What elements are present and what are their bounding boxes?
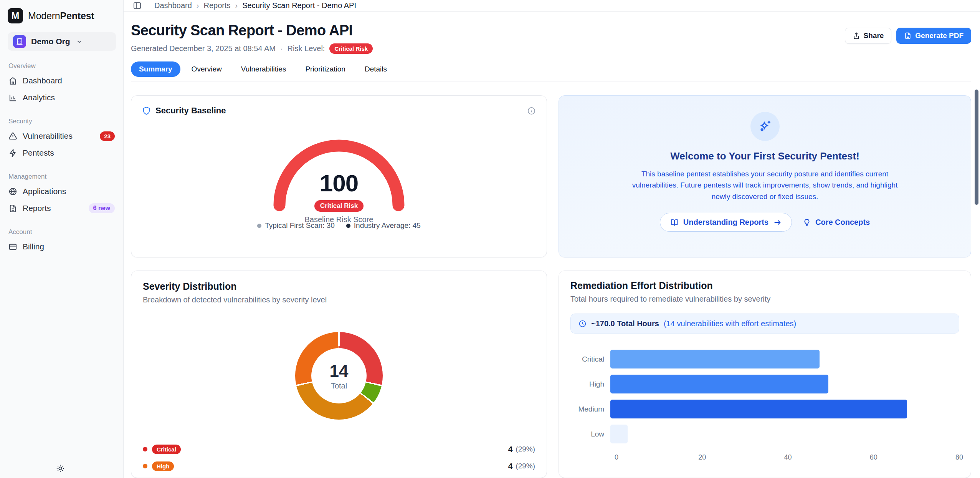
severity-badge: High (152, 461, 174, 471)
severity-percent: (29%) (516, 462, 535, 470)
total-vulnerabilities-value: 14 (330, 362, 349, 381)
legend-dot (143, 464, 147, 468)
bar-medium (610, 400, 907, 418)
generate-pdf-button[interactable]: Generate PDF (896, 28, 971, 44)
reports-new-badge: 6 new (89, 203, 115, 213)
bar-critical (610, 350, 820, 368)
clock-icon (578, 320, 587, 328)
welcome-card: Welcome to Your First Security Pentest! … (559, 95, 971, 257)
tab-prioritization[interactable]: Prioritization (297, 61, 354, 77)
card-subtitle: Breakdown of detected vulnerabilities by… (143, 295, 535, 304)
legend-dot (257, 224, 261, 228)
sidebar-item-reports[interactable]: Reports 6 new (8, 200, 116, 217)
breadcrumb-current: Security Scan Report - Demo API (242, 1, 356, 10)
tab-details[interactable]: Details (357, 61, 395, 77)
nav-section-management: Management (8, 173, 115, 181)
core-concepts-link[interactable]: Core Concepts (803, 218, 870, 227)
sidebar-item-billing[interactable]: Billing (8, 238, 116, 255)
header-actions: Share Generate PDF (845, 28, 971, 44)
breadcrumb-dashboard[interactable]: Dashboard (154, 1, 192, 10)
bar-row-high: High (570, 375, 959, 393)
bar-high (610, 375, 828, 393)
sidebar-item-dashboard[interactable]: Dashboard (8, 72, 116, 89)
severity-row-critical: Critical 4 (29%) (143, 442, 535, 456)
welcome-title: Welcome to Your First Security Pentest! (670, 150, 859, 162)
app-logo: M ModernPentest (8, 8, 116, 24)
share-button[interactable]: Share (845, 28, 892, 44)
sidebar-item-label: Applications (23, 187, 66, 196)
theme-toggle-sun-icon[interactable] (56, 464, 64, 473)
sidebar-item-applications[interactable]: Applications (8, 183, 116, 200)
severity-legend: Critical 4 (29%) High 4 (29%) (143, 442, 535, 473)
globe-icon (8, 187, 17, 196)
logo-mark: M (8, 8, 23, 23)
info-icon[interactable] (527, 106, 536, 115)
sidebar-toggle-icon[interactable] (133, 1, 142, 10)
card-title: Security Baseline (155, 106, 226, 116)
sidebar-item-label: Reports (23, 204, 51, 213)
generated-timestamp: Generated December 3, 2025 at 08:54 AM (131, 44, 276, 53)
nav-section-overview: Overview (8, 62, 115, 70)
sidebar-item-label: Vulnerabilities (23, 131, 73, 141)
sidebar-item-pentests[interactable]: Pentests (8, 144, 116, 161)
total-hours-banner: ~170.0 Total Hours (14 vulnerabilities w… (570, 314, 959, 334)
remediation-effort-card: Remediation Effort Distribution Total ho… (559, 271, 971, 478)
chevron-right-icon: › (197, 1, 199, 10)
card-title: Severity Distribution (143, 281, 535, 292)
alert-triangle-icon (8, 132, 17, 141)
welcome-actions: Understanding Reports Core Concepts (660, 213, 870, 232)
page-header: Security Scan Report - Demo API Generate… (131, 12, 971, 54)
severity-percent: (29%) (516, 445, 535, 453)
baseline-score-caption: Baseline Risk Score (305, 215, 373, 224)
app-screen: M ModernPentest Demo Org Overview Dashbo… (0, 0, 980, 478)
sidebar-item-vulnerabilities[interactable]: Vulnerabilities 23 (8, 128, 116, 144)
page-title: Security Scan Report - Demo API (131, 22, 373, 39)
understanding-reports-button[interactable]: Understanding Reports (660, 213, 792, 232)
file-text-icon (904, 32, 912, 40)
topbar-divider (148, 1, 148, 11)
tab-overview[interactable]: Overview (183, 61, 230, 77)
topbar: Dashboard › Reports › Security Scan Repo… (124, 0, 980, 12)
severity-donut-chart: 14 Total (295, 332, 383, 420)
bar-low (610, 425, 628, 443)
file-text-icon (8, 204, 17, 213)
book-open-icon (670, 218, 679, 227)
severity-badge: Critical (152, 445, 181, 454)
page-content: Security Scan Report - Demo API Generate… (124, 12, 980, 478)
report-meta: Generated December 3, 2025 at 08:54 AM ·… (131, 43, 373, 54)
org-avatar-icon (13, 35, 26, 48)
severity-row-high: High 4 (29%) (143, 459, 535, 473)
chevron-right-icon: › (235, 1, 238, 10)
sidebar-item-label: Billing (23, 242, 44, 251)
meta-separator-dot: · (280, 44, 283, 53)
lightbulb-icon (803, 218, 811, 227)
shield-icon (142, 106, 151, 115)
nav-section-security: Security (8, 118, 115, 125)
sidebar-item-label: Dashboard (23, 76, 62, 85)
welcome-body: This baseline pentest establishes your s… (625, 168, 905, 202)
vulnerabilities-count-badge: 23 (100, 131, 115, 141)
report-tabs: Summary Overview Vulnerabilities Priorit… (131, 61, 971, 81)
severity-distribution-card: Severity Distribution Breakdown of detec… (131, 271, 547, 478)
tab-summary[interactable]: Summary (131, 61, 180, 77)
risk-level-badge: Critical Risk (329, 43, 373, 54)
effort-bar-chart: Critical High Medium Low (570, 350, 959, 463)
chart-column-icon (8, 93, 17, 102)
org-switcher[interactable]: Demo Org (8, 32, 116, 51)
bar-row-low: Low (570, 425, 959, 443)
legend-dot (143, 447, 147, 451)
sidebar-item-analytics[interactable]: Analytics (8, 89, 116, 106)
logo-text: ModernPentest (28, 10, 94, 22)
x-axis-ticks: 0 20 40 60 80 (616, 453, 959, 463)
tab-vulnerabilities[interactable]: Vulnerabilities (233, 61, 294, 77)
bar-row-medium: Medium (570, 400, 959, 418)
legend-dot (346, 224, 350, 228)
vertical-scrollbar-thumb[interactable] (975, 90, 978, 205)
chevron-down-icon (76, 38, 83, 45)
breadcrumb-reports[interactable]: Reports (204, 1, 231, 10)
security-baseline-card: Security Baseline 100 Critical Risk Base… (131, 95, 547, 257)
baseline-risk-gauge: 100 Critical Risk Baseline Risk Score (262, 130, 416, 213)
share-icon (853, 32, 860, 40)
credit-card-icon (8, 242, 17, 251)
zap-icon (8, 149, 17, 158)
